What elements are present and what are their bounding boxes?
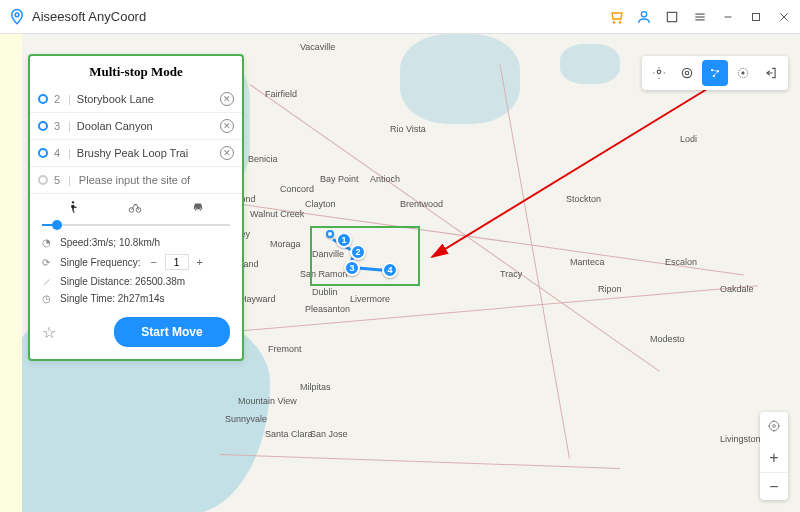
user-icon[interactable] (636, 9, 652, 25)
recenter-button[interactable] (760, 412, 788, 440)
delete-stop-icon[interactable]: ✕ (220, 92, 234, 106)
stop-number: 4 (54, 147, 62, 159)
travel-mode-row (30, 194, 242, 220)
map-label-pleasanton: Pleasanton (305, 304, 350, 314)
start-move-button[interactable]: Start Move (114, 317, 230, 347)
window-icon[interactable] (664, 9, 680, 25)
route-start-point[interactable] (326, 230, 334, 238)
route-point-4[interactable]: 4 (382, 262, 398, 278)
speed-icon: ◔ (42, 237, 54, 248)
speed-slider[interactable] (42, 224, 230, 226)
app-title: Aiseesoft AnyCoord (32, 9, 146, 24)
map-label-fremont: Fremont (268, 344, 302, 354)
svg-point-26 (769, 421, 778, 430)
map-label-manteca: Manteca (570, 257, 605, 267)
stop-row[interactable]: 5 | (30, 167, 242, 194)
exit-mode-button[interactable] (758, 60, 784, 86)
svg-point-13 (71, 201, 73, 203)
map-mode-toolbar (642, 56, 788, 90)
location-pin-icon (8, 8, 26, 26)
titlebar: Aiseesoft AnyCoord (0, 0, 800, 34)
map-label-walnutcreek: Walnut Creek (250, 209, 304, 219)
map-label-dublin: Dublin (312, 287, 338, 297)
radio-icon[interactable] (38, 148, 48, 158)
delete-stop-icon[interactable]: ✕ (220, 119, 234, 133)
speed-info: ◔Speed:3m/s; 10.8km/h (30, 234, 242, 251)
stop-row[interactable]: 4 | Brushy Peak Loop Trai ✕ (30, 140, 242, 167)
favorite-icon[interactable]: ☆ (42, 323, 56, 342)
map-label-mtview: Mountain View (238, 396, 297, 406)
svg-point-25 (742, 72, 744, 74)
frequency-control: ⟳ Single Frequency: − + (30, 251, 242, 273)
titlebar-icons (608, 9, 792, 25)
svg-point-2 (619, 21, 620, 22)
freq-minus-button[interactable]: − (147, 255, 161, 269)
stop-row[interactable]: 2 | Storybook Lane ✕ (30, 86, 242, 113)
map-label-santaclara: Santa Clara (265, 429, 313, 439)
svg-point-0 (15, 12, 19, 16)
map-label-stockton: Stockton (566, 194, 601, 204)
maximize-icon[interactable] (748, 9, 764, 25)
route-point-1[interactable]: 1 (336, 232, 352, 248)
route-point-2[interactable]: 2 (350, 244, 366, 260)
stop-name: Doolan Canyon (77, 120, 214, 132)
freq-input[interactable] (165, 254, 189, 270)
frequency-icon: ⟳ (42, 257, 54, 268)
close-icon[interactable] (776, 9, 792, 25)
time-info: ◷Single Time: 2h27m14s (30, 290, 242, 307)
zoom-out-button[interactable]: − (760, 472, 788, 500)
zoom-in-button[interactable]: + (760, 444, 788, 472)
delete-stop-icon[interactable]: ✕ (220, 146, 234, 160)
menu-icon[interactable] (692, 9, 708, 25)
svg-rect-4 (667, 12, 676, 21)
stop-name: Storybook Lane (77, 93, 214, 105)
panel-footer: ☆ Start Move (30, 307, 242, 359)
teleport-mode-button[interactable] (646, 60, 672, 86)
svg-point-18 (657, 70, 661, 74)
map-edge-strip (0, 34, 22, 512)
clock-icon: ◷ (42, 293, 54, 304)
cart-icon[interactable] (608, 9, 624, 25)
freq-plus-button[interactable]: + (193, 255, 207, 269)
svg-point-16 (195, 208, 196, 209)
map-label-fairfield: Fairfield (265, 89, 297, 99)
distance-info: ⟋Single Distance: 26500.38m (30, 273, 242, 290)
map-label-escalon: Escalon (665, 257, 697, 267)
radio-icon[interactable] (38, 94, 48, 104)
stop-row[interactable]: 3 | Doolan Canyon ✕ (30, 113, 242, 140)
walk-mode-icon[interactable] (66, 200, 80, 218)
map-label-vacaville: Vacaville (300, 42, 335, 52)
map-label-moraga: Moraga (270, 239, 301, 249)
svg-point-27 (773, 425, 776, 428)
bike-mode-icon[interactable] (127, 200, 143, 218)
app-logo: Aiseesoft AnyCoord (8, 8, 146, 26)
svg-point-3 (641, 11, 646, 16)
distance-icon: ⟋ (42, 276, 54, 287)
onestop-mode-button[interactable] (674, 60, 700, 86)
map-label-riovista: Rio Vista (390, 124, 426, 134)
radio-icon[interactable] (38, 175, 48, 185)
stop-name: Brushy Peak Loop Trai (77, 147, 214, 159)
svg-point-19 (685, 71, 689, 75)
joystick-mode-button[interactable] (730, 60, 756, 86)
minimize-icon[interactable] (720, 9, 736, 25)
radio-icon[interactable] (38, 121, 48, 131)
stop-number: 5 (54, 174, 62, 186)
svg-point-20 (682, 68, 691, 77)
slider-thumb[interactable] (52, 220, 62, 230)
map-label-tracy: Tracy (500, 269, 522, 279)
map-label-lodi: Lodi (680, 134, 697, 144)
multistop-mode-button[interactable] (702, 60, 728, 86)
map-label-livermore: Livermore (350, 294, 390, 304)
route-point-3[interactable]: 3 (344, 260, 360, 276)
stop-input[interactable] (77, 173, 234, 187)
map-label-milpitas: Milpitas (300, 382, 331, 392)
stop-number: 3 (54, 120, 62, 132)
map-label-clayton: Clayton (305, 199, 336, 209)
map-label-sanjose: San Jose (310, 429, 348, 439)
svg-point-17 (200, 208, 201, 209)
map-label-concord: Concord (280, 184, 314, 194)
car-mode-icon[interactable] (190, 200, 206, 218)
multistop-panel: Multi-stop Mode 2 | Storybook Lane ✕ 3 |… (28, 54, 244, 361)
map-label-modesto: Modesto (650, 334, 685, 344)
